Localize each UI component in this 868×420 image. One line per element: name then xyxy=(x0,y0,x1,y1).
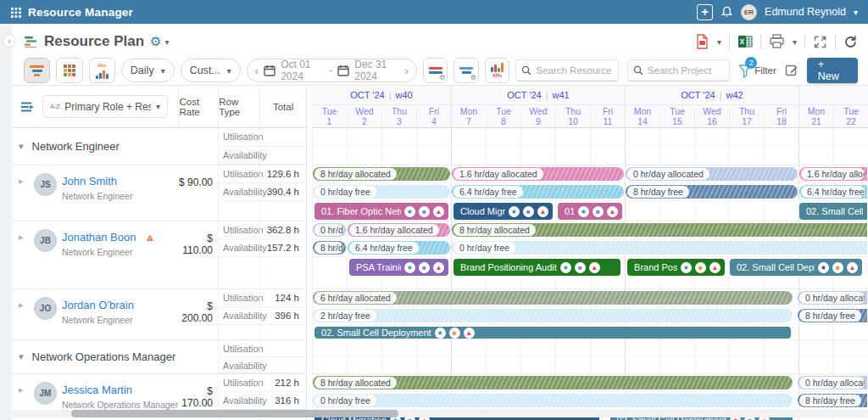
row-type-label-empty xyxy=(218,257,259,288)
print-caret-icon[interactable]: ▾ xyxy=(793,37,797,47)
row-menu-icon[interactable] xyxy=(20,101,36,113)
row-expand-icon[interactable]: ▸ xyxy=(19,229,29,288)
project-bar[interactable]: 01. Fiber Optic Network Exp...★■▲ xyxy=(314,203,448,220)
fullscreen-icon[interactable] xyxy=(813,35,827,49)
prev-period-button[interactable]: ‹ xyxy=(255,64,259,77)
warning-icon[interactable]: ▲! xyxy=(144,232,155,243)
timeline-week-cell: OCT '24|w40 xyxy=(312,86,451,104)
refresh-icon[interactable] xyxy=(843,35,858,49)
panel-collapse-button[interactable]: › xyxy=(3,34,16,48)
project-bar-label: 02. Small Cell Deployment xyxy=(321,328,431,338)
project-bar[interactable]: Brand Positioning Audit★■▲ xyxy=(453,259,620,276)
top-app-bar: Resource Manager + ER Edmund Reynold ▾ xyxy=(0,0,868,24)
allocation-bar[interactable]: 8 hr/day allocated xyxy=(452,223,867,237)
allocation-bar[interactable]: 8 hr/day free xyxy=(798,309,867,322)
warning-exclaim: ! xyxy=(144,234,155,245)
allocation-bar[interactable]: 6.4 hr/day free xyxy=(452,185,624,199)
row-settings-button[interactable]: ⚙ xyxy=(423,58,448,83)
project-bar[interactable]: 02. Small Cell Deploy xyxy=(799,203,867,220)
bulk-edit-icon[interactable] xyxy=(785,64,798,77)
export-excel-icon[interactable] xyxy=(737,34,753,49)
allocation-bar[interactable]: 0 hr/day allocated xyxy=(626,167,798,181)
allocation-bar-label: 0 hr/day xyxy=(314,224,343,236)
quick-add-button[interactable]: + xyxy=(697,4,713,20)
date-from[interactable]: Oct 01 2024 xyxy=(281,59,324,82)
group-collapse-icon[interactable]: ▾ xyxy=(19,351,24,362)
gantt-resource-row: 6 hr/day allocated0 hr/day allocated2 hr… xyxy=(312,289,868,340)
row-type-row: Availability xyxy=(218,147,306,165)
user-avatar[interactable]: ER xyxy=(741,4,757,20)
gantt-rows: 8 hr/day allocated1.6 hr/day allocated0 … xyxy=(312,128,868,420)
total-value: 362.8 h xyxy=(259,221,306,238)
allocation-bar[interactable]: 8 hr/day xyxy=(313,241,346,255)
view-hours-toggle[interactable]: Hrs xyxy=(89,58,115,83)
allocation-bar[interactable]: 1.6 hr/day allocated xyxy=(452,167,624,181)
export-pdf-icon[interactable] xyxy=(694,34,709,50)
project-bar[interactable]: Brand Positionin...★■▲ xyxy=(627,259,725,276)
timeline-day-cell: Fri11 xyxy=(590,105,625,127)
avatar: JM xyxy=(34,382,57,405)
allocation-bar[interactable]: 6.4 hr/day free xyxy=(799,185,867,199)
square-icon: ■ xyxy=(523,206,534,217)
plan-menu-caret-icon[interactable]: ▾ xyxy=(165,37,170,47)
group-sort-select[interactable]: A↓Z Primary Role + Resour... ▾ xyxy=(42,95,168,118)
granularity-select[interactable]: Daily ▾ xyxy=(121,59,175,82)
group-collapse-icon[interactable]: ▾ xyxy=(19,141,24,152)
plan-settings-gear-icon[interactable]: ⚙ xyxy=(150,34,161,49)
resource-name-link[interactable]: Jonathan Boon xyxy=(62,231,136,244)
row-type-column: Utilisation129.6 hAvailability390.4 h xyxy=(218,165,306,221)
allocation-bar-label: 6.4 hr/day free xyxy=(349,242,419,254)
search-project-input[interactable] xyxy=(648,65,724,76)
allocation-bar[interactable]: 0 hr/day xyxy=(313,223,346,237)
new-button[interactable]: + New xyxy=(807,58,858,83)
kpis-button[interactable]: KPIs xyxy=(485,58,510,83)
resource-name-link[interactable]: John Smith xyxy=(62,175,117,188)
allocation-bar[interactable]: 2 hr/day free xyxy=(313,309,793,322)
allocation-bar[interactable]: 8 hr/day free xyxy=(798,394,867,407)
allocation-bar[interactable]: 8 hr/day allocated xyxy=(313,376,793,389)
horizontal-scrollbar-thumb[interactable] xyxy=(71,410,398,417)
row-expand-icon[interactable]: ▸ xyxy=(19,297,29,339)
range-preset-select[interactable]: Cust... ▾ xyxy=(181,59,241,82)
allocation-bar[interactable]: 8 hr/day allocated xyxy=(313,167,450,181)
search-resource-input[interactable] xyxy=(536,65,612,76)
allocation-bar[interactable]: 1.6 hr/day allocate xyxy=(799,167,867,181)
column-settings-button[interactable]: ⚙ xyxy=(453,58,479,83)
row-type-row: Utilisation362.8 h xyxy=(218,221,306,239)
filter-button[interactable]: 2 Filter xyxy=(738,64,776,78)
view-heatmap-toggle[interactable] xyxy=(56,58,82,83)
user-menu-caret-icon[interactable]: ▾ xyxy=(854,8,858,17)
row-expand-icon[interactable]: ▸ xyxy=(19,173,29,221)
project-bar[interactable]: 02. Small Cell Deployment★■▲ xyxy=(730,259,862,276)
allocation-bar[interactable]: 0 hr/day allocated xyxy=(798,376,867,389)
allocation-bar[interactable]: 6 hr/day allocated xyxy=(313,291,793,305)
allocation-bar[interactable]: 0 hr/day free xyxy=(313,394,793,407)
allocation-bar[interactable]: 0 hr/day free xyxy=(452,241,867,255)
print-icon[interactable] xyxy=(769,34,785,49)
timeline-day-cell: Wed2 xyxy=(347,105,381,127)
user-name[interactable]: Edmund Reynold xyxy=(765,6,846,18)
resource-name-link[interactable]: Jessica Martin xyxy=(62,384,132,396)
project-bar[interactable]: 02. Small Cell Deployment★■▲ xyxy=(314,327,791,339)
export-pdf-caret-icon[interactable]: ▾ xyxy=(717,37,721,47)
app-launcher-icon[interactable] xyxy=(10,7,21,18)
resource-plan-icon xyxy=(24,36,38,48)
group-label-cell[interactable]: ▾Network Engineer xyxy=(12,128,218,165)
allocation-bar[interactable]: 8 hr/day free xyxy=(626,185,798,199)
allocation-bar[interactable]: 0 hr/day allocated xyxy=(798,291,867,305)
project-bar[interactable]: Cloud Migration★■▲ xyxy=(453,203,553,220)
allocation-bar-label: 8 hr/day free xyxy=(627,186,689,198)
project-bar[interactable]: PSA Training★■▲ xyxy=(349,259,448,276)
view-gantt-toggle[interactable] xyxy=(24,58,50,83)
resource-name-link[interactable]: Jordan O'brain xyxy=(62,299,134,311)
allocation-bar[interactable]: 1.6 hr/day allocated xyxy=(348,223,450,237)
triangle-icon: ▲ xyxy=(433,262,444,273)
date-to[interactable]: Dec 31 2024 xyxy=(354,59,399,82)
notifications-bell-icon[interactable] xyxy=(721,6,733,19)
allocation-bar[interactable]: 6.4 hr/day free xyxy=(348,241,450,255)
group-label-cell[interactable]: ▾Network Operations Manager xyxy=(12,340,218,373)
allocation-bar[interactable]: 0 hr/day free xyxy=(313,185,450,199)
next-period-button[interactable]: › xyxy=(404,64,408,77)
divider xyxy=(729,34,730,49)
project-bar[interactable]: 01. Fiber Optic ...★■▲ xyxy=(558,203,622,220)
